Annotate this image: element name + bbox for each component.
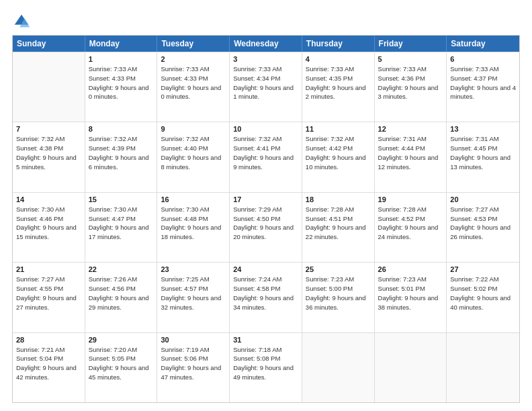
calendar-cell: 1Sunrise: 7:33 AMSunset: 4:33 PMDaylight… bbox=[85, 52, 158, 122]
day-number: 4 bbox=[306, 55, 371, 63]
day-number: 28 bbox=[16, 336, 81, 344]
calendar-header-cell: Thursday bbox=[302, 36, 375, 52]
calendar-cell: 26Sunrise: 7:23 AMSunset: 5:01 PMDayligh… bbox=[375, 263, 447, 332]
page: SundayMondayTuesdayWednesdayThursdayFrid… bbox=[0, 0, 532, 411]
day-data: Sunrise: 7:30 AMSunset: 4:48 PMDaylight:… bbox=[161, 205, 226, 242]
day-number: 20 bbox=[450, 195, 516, 203]
day-number: 30 bbox=[161, 336, 226, 344]
calendar-cell: 31Sunrise: 7:18 AMSunset: 5:08 PMDayligh… bbox=[230, 333, 302, 402]
calendar-week: 14Sunrise: 7:30 AMSunset: 4:46 PMDayligh… bbox=[13, 192, 519, 262]
day-data: Sunrise: 7:33 AMSunset: 4:36 PMDaylight:… bbox=[378, 64, 443, 101]
calendar-cell: 15Sunrise: 7:30 AMSunset: 4:47 PMDayligh… bbox=[85, 193, 158, 262]
day-number: 29 bbox=[89, 336, 154, 344]
day-data: Sunrise: 7:28 AMSunset: 4:51 PMDaylight:… bbox=[306, 205, 371, 242]
calendar-cell: 6Sunrise: 7:33 AMSunset: 4:37 PMDaylight… bbox=[447, 52, 519, 122]
day-number: 31 bbox=[233, 336, 298, 344]
day-number: 9 bbox=[161, 125, 226, 133]
day-data: Sunrise: 7:33 AMSunset: 4:35 PMDaylight:… bbox=[306, 64, 371, 101]
day-number: 3 bbox=[233, 55, 298, 63]
day-number: 23 bbox=[161, 265, 226, 273]
day-number: 22 bbox=[89, 265, 154, 273]
calendar-header-cell: Monday bbox=[85, 36, 158, 52]
day-data: Sunrise: 7:33 AMSunset: 4:33 PMDaylight:… bbox=[161, 64, 226, 101]
calendar-cell: 21Sunrise: 7:27 AMSunset: 4:55 PMDayligh… bbox=[13, 263, 85, 332]
day-number: 10 bbox=[233, 125, 298, 133]
calendar-cell: 27Sunrise: 7:22 AMSunset: 5:02 PMDayligh… bbox=[447, 263, 519, 332]
calendar-cell: 11Sunrise: 7:32 AMSunset: 4:42 PMDayligh… bbox=[302, 122, 375, 191]
calendar-cell: 22Sunrise: 7:26 AMSunset: 4:56 PMDayligh… bbox=[85, 263, 158, 332]
calendar-week: 7Sunrise: 7:32 AMSunset: 4:38 PMDaylight… bbox=[13, 122, 519, 191]
calendar-cell: 7Sunrise: 7:32 AMSunset: 4:38 PMDaylight… bbox=[13, 122, 85, 191]
calendar-cell bbox=[302, 333, 375, 402]
day-number: 1 bbox=[89, 55, 154, 63]
day-data: Sunrise: 7:30 AMSunset: 4:47 PMDaylight:… bbox=[89, 205, 154, 242]
day-data: Sunrise: 7:19 AMSunset: 5:06 PMDaylight:… bbox=[161, 345, 226, 382]
day-data: Sunrise: 7:23 AMSunset: 5:01 PMDaylight:… bbox=[378, 275, 443, 312]
day-number: 26 bbox=[378, 265, 443, 273]
calendar-header-cell: Tuesday bbox=[157, 36, 230, 52]
logo-icon bbox=[12, 12, 31, 31]
day-number: 8 bbox=[89, 125, 154, 133]
day-number: 2 bbox=[161, 55, 226, 63]
calendar-cell: 30Sunrise: 7:19 AMSunset: 5:06 PMDayligh… bbox=[157, 333, 230, 402]
calendar-cell: 3Sunrise: 7:33 AMSunset: 4:34 PMDaylight… bbox=[230, 52, 302, 122]
calendar-header-cell: Saturday bbox=[447, 36, 519, 52]
day-number: 24 bbox=[233, 265, 298, 273]
calendar-header-row: SundayMondayTuesdayWednesdayThursdayFrid… bbox=[13, 36, 519, 52]
calendar-cell: 17Sunrise: 7:29 AMSunset: 4:50 PMDayligh… bbox=[230, 193, 302, 262]
calendar-cell: 9Sunrise: 7:32 AMSunset: 4:40 PMDaylight… bbox=[157, 122, 230, 191]
day-data: Sunrise: 7:26 AMSunset: 4:56 PMDaylight:… bbox=[89, 275, 154, 312]
calendar-cell: 29Sunrise: 7:20 AMSunset: 5:05 PMDayligh… bbox=[85, 333, 158, 402]
day-number: 16 bbox=[161, 195, 226, 203]
calendar-cell bbox=[375, 333, 447, 402]
day-data: Sunrise: 7:32 AMSunset: 4:40 PMDaylight:… bbox=[161, 134, 226, 171]
day-number: 13 bbox=[450, 125, 516, 133]
day-data: Sunrise: 7:21 AMSunset: 5:04 PMDaylight:… bbox=[16, 345, 81, 382]
logo bbox=[12, 12, 34, 31]
calendar-cell: 23Sunrise: 7:25 AMSunset: 4:57 PMDayligh… bbox=[157, 263, 230, 332]
calendar-cell: 4Sunrise: 7:33 AMSunset: 4:35 PMDaylight… bbox=[302, 52, 375, 122]
calendar-cell: 19Sunrise: 7:28 AMSunset: 4:52 PMDayligh… bbox=[375, 193, 447, 262]
day-data: Sunrise: 7:32 AMSunset: 4:38 PMDaylight:… bbox=[16, 134, 81, 171]
day-number: 17 bbox=[233, 195, 298, 203]
calendar-cell: 5Sunrise: 7:33 AMSunset: 4:36 PMDaylight… bbox=[375, 52, 447, 122]
day-number: 19 bbox=[378, 195, 443, 203]
calendar-week: 21Sunrise: 7:27 AMSunset: 4:55 PMDayligh… bbox=[13, 262, 519, 332]
day-number: 25 bbox=[306, 265, 371, 273]
header bbox=[12, 12, 520, 31]
day-number: 21 bbox=[16, 265, 81, 273]
day-number: 6 bbox=[450, 55, 516, 63]
calendar-cell bbox=[13, 52, 85, 122]
day-data: Sunrise: 7:31 AMSunset: 4:45 PMDaylight:… bbox=[450, 134, 516, 171]
day-number: 5 bbox=[378, 55, 443, 63]
day-data: Sunrise: 7:30 AMSunset: 4:46 PMDaylight:… bbox=[16, 205, 81, 242]
calendar-cell: 10Sunrise: 7:32 AMSunset: 4:41 PMDayligh… bbox=[230, 122, 302, 191]
day-data: Sunrise: 7:24 AMSunset: 4:58 PMDaylight:… bbox=[233, 275, 298, 312]
day-data: Sunrise: 7:33 AMSunset: 4:37 PMDaylight:… bbox=[450, 64, 516, 101]
day-number: 11 bbox=[306, 125, 371, 133]
calendar-header-cell: Sunday bbox=[13, 36, 85, 52]
calendar-cell: 28Sunrise: 7:21 AMSunset: 5:04 PMDayligh… bbox=[13, 333, 85, 402]
calendar-header-cell: Friday bbox=[375, 36, 447, 52]
day-data: Sunrise: 7:27 AMSunset: 4:55 PMDaylight:… bbox=[16, 275, 81, 312]
calendar-header-cell: Wednesday bbox=[230, 36, 302, 52]
calendar-cell: 24Sunrise: 7:24 AMSunset: 4:58 PMDayligh… bbox=[230, 263, 302, 332]
calendar-week: 1Sunrise: 7:33 AMSunset: 4:33 PMDaylight… bbox=[13, 52, 519, 122]
day-data: Sunrise: 7:31 AMSunset: 4:44 PMDaylight:… bbox=[378, 134, 443, 171]
day-number: 15 bbox=[89, 195, 154, 203]
calendar-body: 1Sunrise: 7:33 AMSunset: 4:33 PMDaylight… bbox=[13, 52, 519, 402]
calendar-cell: 8Sunrise: 7:32 AMSunset: 4:39 PMDaylight… bbox=[85, 122, 158, 191]
calendar: SundayMondayTuesdayWednesdayThursdayFrid… bbox=[12, 35, 520, 403]
calendar-cell: 13Sunrise: 7:31 AMSunset: 4:45 PMDayligh… bbox=[447, 122, 519, 191]
day-data: Sunrise: 7:32 AMSunset: 4:41 PMDaylight:… bbox=[233, 134, 298, 171]
day-data: Sunrise: 7:29 AMSunset: 4:50 PMDaylight:… bbox=[233, 205, 298, 242]
day-data: Sunrise: 7:23 AMSunset: 5:00 PMDaylight:… bbox=[306, 275, 371, 312]
calendar-cell: 20Sunrise: 7:27 AMSunset: 4:53 PMDayligh… bbox=[447, 193, 519, 262]
day-number: 7 bbox=[16, 125, 81, 133]
day-number: 27 bbox=[450, 265, 516, 273]
calendar-cell bbox=[447, 333, 519, 402]
day-data: Sunrise: 7:18 AMSunset: 5:08 PMDaylight:… bbox=[233, 345, 298, 382]
calendar-cell: 25Sunrise: 7:23 AMSunset: 5:00 PMDayligh… bbox=[302, 263, 375, 332]
calendar-cell: 14Sunrise: 7:30 AMSunset: 4:46 PMDayligh… bbox=[13, 193, 85, 262]
day-data: Sunrise: 7:20 AMSunset: 5:05 PMDaylight:… bbox=[89, 345, 154, 382]
